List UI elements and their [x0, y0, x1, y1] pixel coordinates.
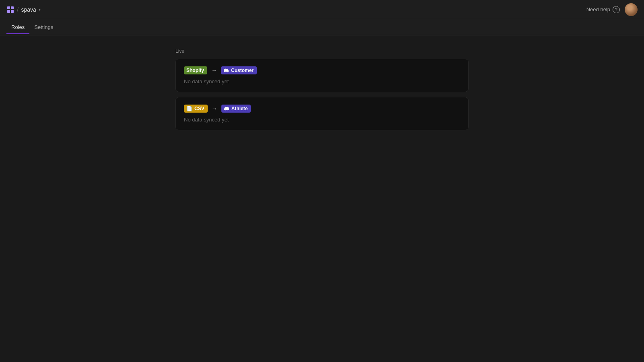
tab-roles-label: Roles	[11, 24, 25, 30]
app-logo[interactable]: / spava ▾	[6, 6, 41, 14]
athlete-destination-badge: Athlete	[221, 105, 251, 113]
sync-status-csv: No data synced yet	[184, 117, 460, 123]
discord-icon-customer	[223, 68, 229, 73]
customer-destination-badge: Customer	[221, 66, 257, 74]
section-live-label: Live	[175, 48, 469, 54]
need-help-button[interactable]: Need help ?	[586, 6, 620, 13]
sync-arrow-icon-2: →	[212, 105, 217, 112]
sync-card-csv-athlete[interactable]: 📄 CSV → Athlete No data synced yet	[175, 97, 469, 130]
tab-settings[interactable]: Settings	[29, 20, 58, 34]
tab-settings-label: Settings	[34, 24, 53, 30]
need-help-label: Need help	[586, 6, 610, 12]
sync-card-header-shopify: Shopify → Customer	[184, 66, 460, 74]
sync-card-shopify-customer[interactable]: Shopify → Customer No data synced yet	[175, 59, 469, 92]
nav-tabs: Roles Settings	[0, 19, 644, 35]
logo-icon	[6, 6, 14, 14]
discord-icon-athlete	[224, 106, 229, 111]
header-left: / spava ▾	[6, 6, 41, 14]
app-header: / spava ▾ Need help ?	[0, 0, 644, 19]
app-dropdown-arrow[interactable]: ▾	[39, 7, 41, 12]
csv-source-badge: 📄 CSV	[184, 105, 208, 113]
file-icon: 📄	[186, 106, 192, 111]
content-wrapper: Live Shopify → Customer No data synced y…	[175, 48, 469, 135]
user-avatar[interactable]	[625, 3, 638, 16]
main-content: Live Shopify → Customer No data synced y…	[0, 35, 644, 148]
shopify-source-label: Shopify	[186, 68, 204, 73]
help-circle-icon: ?	[613, 6, 620, 13]
sync-card-header-csv: 📄 CSV → Athlete	[184, 105, 460, 113]
breadcrumb-separator: /	[17, 6, 19, 13]
sync-status-shopify: No data synced yet	[184, 78, 460, 84]
app-name-label: spava	[21, 6, 36, 13]
athlete-destination-label: Athlete	[231, 106, 248, 111]
shopify-source-badge: Shopify	[184, 66, 207, 74]
header-right: Need help ?	[586, 3, 638, 16]
tab-roles[interactable]: Roles	[6, 20, 29, 34]
sync-arrow-icon-1: →	[211, 67, 217, 74]
avatar-image	[625, 3, 638, 16]
customer-destination-label: Customer	[231, 68, 254, 73]
csv-source-label: CSV	[194, 106, 204, 111]
